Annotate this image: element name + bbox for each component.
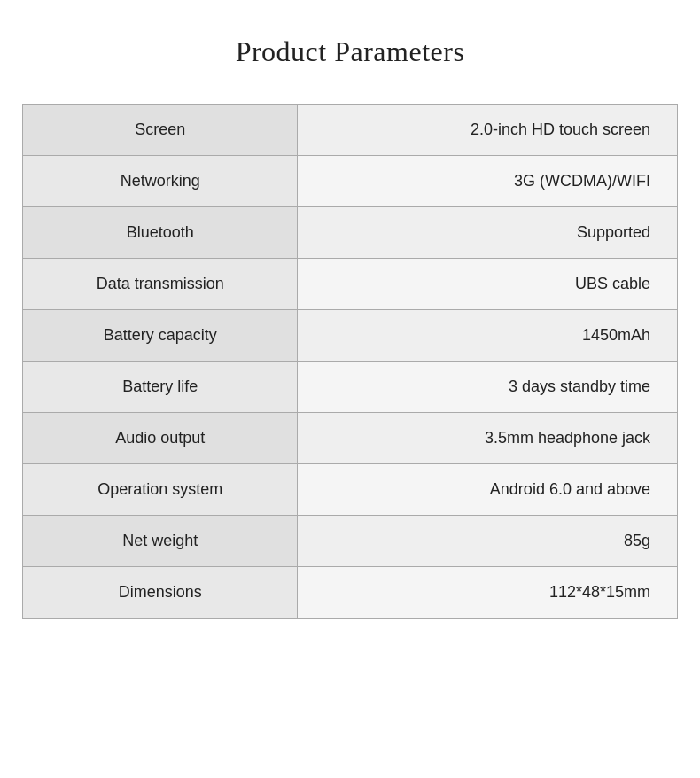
param-label: Battery capacity (23, 310, 298, 362)
param-label: Data transmission (23, 259, 298, 310)
param-value: 112*48*15mm (298, 567, 678, 619)
param-value: Supported (298, 207, 678, 259)
table-row: Net weight85g (23, 516, 678, 567)
param-value: 3G (WCDMA)/WIFI (298, 156, 678, 207)
param-label: Net weight (23, 516, 298, 567)
param-value: Android 6.0 and above (298, 464, 678, 516)
param-label: Battery life (23, 362, 298, 413)
param-label: Audio output (23, 413, 298, 464)
table-row: Networking3G (WCDMA)/WIFI (23, 156, 678, 207)
table-row: Battery life3 days standby time (23, 362, 678, 413)
table-row: BluetoothSupported (23, 207, 678, 259)
table-row: Dimensions112*48*15mm (23, 567, 678, 619)
table-row: Battery capacity1450mAh (23, 310, 678, 362)
param-label: Networking (23, 156, 298, 207)
product-parameters-table: Screen2.0-inch HD touch screenNetworking… (22, 104, 678, 619)
param-value: UBS cable (298, 259, 678, 310)
table-row: Screen2.0-inch HD touch screen (23, 105, 678, 156)
param-label: Operation system (23, 464, 298, 516)
table-row: Operation systemAndroid 6.0 and above (23, 464, 678, 516)
param-label: Bluetooth (23, 207, 298, 259)
param-value: 2.0-inch HD touch screen (298, 105, 678, 156)
param-value: 1450mAh (298, 310, 678, 362)
page-title: Product Parameters (236, 35, 465, 68)
table-row: Audio output3.5mm headphone jack (23, 413, 678, 464)
param-label: Dimensions (23, 567, 298, 619)
param-label: Screen (23, 105, 298, 156)
param-value: 3 days standby time (298, 362, 678, 413)
param-value: 3.5mm headphone jack (298, 413, 678, 464)
param-value: 85g (298, 516, 678, 567)
table-row: Data transmissionUBS cable (23, 259, 678, 310)
